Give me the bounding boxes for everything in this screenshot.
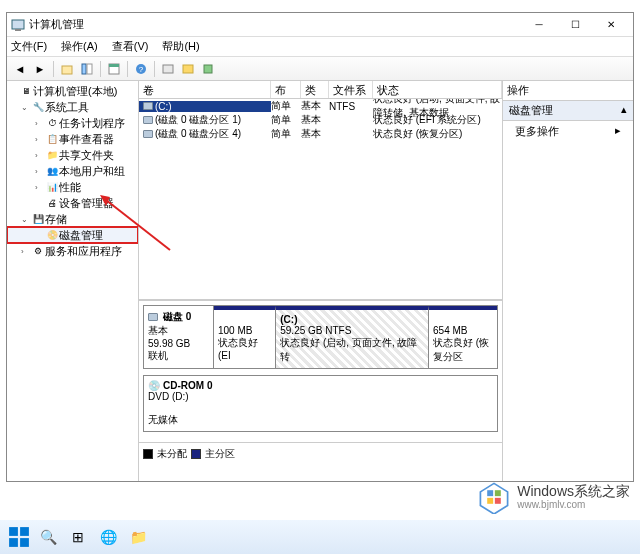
tree-performance[interactable]: ›📊性能 [7, 179, 138, 195]
cdrom-0[interactable]: 💿CD-ROM 0 DVD (D:) 无媒体 [143, 375, 498, 432]
drive-icon [143, 102, 153, 110]
refresh-button[interactable] [159, 60, 177, 78]
tree-sharedfolders[interactable]: ›📁共享文件夹 [7, 147, 138, 163]
svg-rect-19 [9, 527, 18, 536]
collapse-icon: ▴ [621, 103, 627, 118]
legend-swatch-unallocated [143, 449, 153, 459]
svg-text:?: ? [139, 65, 144, 74]
volume-row[interactable]: (C:) 简单 基本 NTFS 状态良好 (启动, 页面文件, 故障转储, 基本… [139, 99, 502, 113]
show-hide-tree-button[interactable] [78, 60, 96, 78]
svg-rect-11 [204, 65, 212, 73]
col-volume[interactable]: 卷 [139, 81, 271, 98]
volume-list[interactable]: (C:) 简单 基本 NTFS 状态良好 (启动, 页面文件, 故障转储, 基本… [139, 99, 502, 299]
col-status[interactable]: 状态 [373, 81, 502, 98]
partition-efi[interactable]: 100 MB 状态良好 (EI [214, 306, 276, 368]
drive-icon [143, 116, 153, 124]
toolbar: ◄ ► ? [7, 57, 633, 81]
svg-rect-0 [12, 20, 24, 29]
cdrom-info: 💿CD-ROM 0 DVD (D:) 无媒体 [144, 376, 497, 431]
edge-icon[interactable]: 🌐 [96, 525, 120, 549]
tree-eventviewer[interactable]: ›📋事件查看器 [7, 131, 138, 147]
partition-recovery[interactable]: 654 MB 状态良好 (恢复分区 [429, 306, 497, 368]
svg-rect-16 [495, 490, 501, 496]
col-type[interactable]: 类型 [301, 81, 329, 98]
minimize-button[interactable]: ─ [521, 14, 557, 36]
chevron-right-icon: ▸ [615, 124, 621, 139]
extra-button[interactable] [199, 60, 217, 78]
search-icon[interactable]: 🔍 [36, 525, 60, 549]
volume-header: 卷 布局 类型 文件系统 状态 [139, 81, 502, 99]
explorer-icon[interactable]: 📁 [126, 525, 150, 549]
legend: 未分配 主分区 [139, 442, 502, 465]
properties-button[interactable] [105, 60, 123, 78]
disk-graphical-view: 磁盘 0 基本 59.98 GB 联机 100 MB 状态良好 (EI (C:) [139, 299, 502, 442]
body: 🖥计算机管理(本地) ⌄🔧系统工具 ›⏱任务计划程序 ›📋事件查看器 ›📁共享文… [7, 81, 633, 481]
svg-rect-20 [20, 527, 29, 536]
forward-button[interactable]: ► [31, 60, 49, 78]
task-view-icon[interactable]: ⊞ [66, 525, 90, 549]
drive-icon [143, 130, 153, 138]
menubar: 文件(F) 操作(A) 查看(V) 帮助(H) [7, 37, 633, 57]
menu-help[interactable]: 帮助(H) [162, 39, 199, 54]
help-button[interactable]: ? [132, 60, 150, 78]
up-button[interactable] [58, 60, 76, 78]
col-fs[interactable]: 文件系统 [329, 81, 373, 98]
taskbar[interactable]: 🔍 ⊞ 🌐 📁 [0, 520, 640, 554]
tree-tasksched[interactable]: ›⏱任务计划程序 [7, 115, 138, 131]
app-icon [11, 18, 25, 32]
tree-systools[interactable]: ⌄🔧系统工具 [7, 99, 138, 115]
svg-rect-9 [163, 65, 173, 73]
disk-0[interactable]: 磁盘 0 基本 59.98 GB 联机 100 MB 状态良好 (EI (C:) [143, 305, 498, 369]
actions-diskmgmt[interactable]: 磁盘管理▴ [503, 101, 633, 121]
volume-row[interactable]: (磁盘 0 磁盘分区 4) 简单 基本 状态良好 (恢复分区) [139, 127, 502, 141]
svg-rect-21 [9, 538, 18, 547]
watermark-brand: Windows系统之家 [517, 484, 630, 499]
tree-devicemgr[interactable]: 🖨设备管理器 [7, 195, 138, 211]
start-button[interactable] [8, 526, 30, 548]
cdrom-icon: 💿 [148, 380, 160, 391]
menu-action[interactable]: 操作(A) [61, 39, 98, 54]
svg-rect-22 [20, 538, 29, 547]
disk-0-partitions: 100 MB 状态良好 (EI (C:) 59.25 GB NTFS 状态良好 … [214, 306, 497, 368]
col-layout[interactable]: 布局 [271, 81, 301, 98]
svg-rect-2 [62, 66, 72, 74]
volume-row[interactable]: (磁盘 0 磁盘分区 1) 简单 基本 状态良好 (EFI 系统分区) [139, 113, 502, 127]
svg-rect-6 [109, 64, 119, 67]
legend-swatch-primary [191, 449, 201, 459]
watermark-url: www.bjmlv.com [517, 499, 630, 510]
menu-file[interactable]: 文件(F) [11, 39, 47, 54]
tree-root[interactable]: 🖥计算机管理(本地) [7, 83, 138, 99]
menu-view[interactable]: 查看(V) [112, 39, 149, 54]
tree-storage[interactable]: ⌄💾存储 [7, 211, 138, 227]
svg-marker-14 [481, 483, 508, 514]
tree-services[interactable]: ›⚙服务和应用程序 [7, 243, 138, 259]
close-button[interactable]: ✕ [593, 14, 629, 36]
tree-diskmgmt[interactable]: 📀磁盘管理 [7, 227, 138, 243]
disk-0-info: 磁盘 0 基本 59.98 GB 联机 [144, 306, 214, 368]
tree-localusers[interactable]: ›👥本地用户和组 [7, 163, 138, 179]
disk-icon [148, 313, 158, 321]
window-title: 计算机管理 [29, 17, 521, 32]
actions-title: 操作 [503, 81, 633, 101]
nav-tree[interactable]: 🖥计算机管理(本地) ⌄🔧系统工具 ›⏱任务计划程序 ›📋事件查看器 ›📁共享文… [7, 81, 139, 481]
svg-rect-10 [183, 65, 193, 73]
svg-rect-17 [487, 498, 493, 504]
svg-rect-3 [82, 64, 86, 74]
actions-more[interactable]: 更多操作▸ [503, 121, 633, 142]
watermark: Windows系统之家 www.bjmlv.com [477, 480, 630, 514]
svg-rect-4 [87, 64, 92, 74]
actions-pane: 操作 磁盘管理▴ 更多操作▸ [503, 81, 633, 481]
mmc-window: 计算机管理 ─ ☐ ✕ 文件(F) 操作(A) 查看(V) 帮助(H) ◄ ► … [6, 12, 634, 482]
watermark-logo-icon [477, 480, 511, 514]
list-button[interactable] [179, 60, 197, 78]
svg-rect-15 [487, 490, 493, 496]
partition-c[interactable]: (C:) 59.25 GB NTFS 状态良好 (启动, 页面文件, 故障转 [276, 306, 429, 368]
titlebar: 计算机管理 ─ ☐ ✕ [7, 13, 633, 37]
svg-rect-18 [495, 498, 501, 504]
back-button[interactable]: ◄ [11, 60, 29, 78]
maximize-button[interactable]: ☐ [557, 14, 593, 36]
center-pane: 卷 布局 类型 文件系统 状态 (C:) 简单 基本 NTFS 状态良好 (启动… [139, 81, 503, 481]
svg-rect-1 [15, 29, 21, 31]
